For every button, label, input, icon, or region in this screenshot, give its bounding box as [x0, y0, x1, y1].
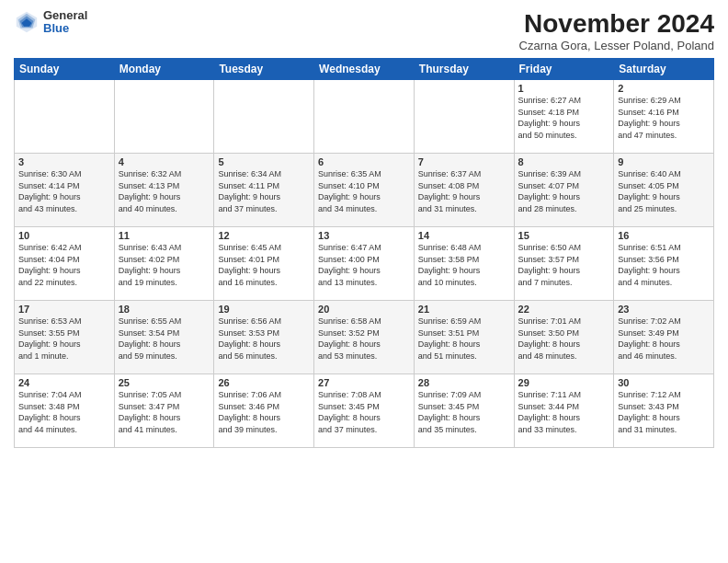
day-number: 5 [218, 156, 310, 167]
day-info: Sunrise: 6:58 AM Sunset: 3:52 PM Dayligh… [318, 316, 410, 362]
day-info: Sunrise: 6:59 AM Sunset: 3:51 PM Dayligh… [418, 316, 510, 362]
day-info: Sunrise: 7:01 AM Sunset: 3:50 PM Dayligh… [518, 316, 610, 362]
calendar-cell [114, 80, 214, 154]
calendar-cell: 4Sunrise: 6:32 AM Sunset: 4:13 PM Daylig… [114, 154, 214, 227]
day-number: 3 [18, 156, 110, 167]
day-info: Sunrise: 6:48 AM Sunset: 3:58 PM Dayligh… [418, 242, 510, 288]
calendar-day-header: Friday [514, 59, 614, 80]
calendar-cell: 16Sunrise: 6:51 AM Sunset: 3:56 PM Dayli… [614, 227, 714, 301]
calendar-cell: 17Sunrise: 6:53 AM Sunset: 3:55 PM Dayli… [15, 301, 115, 374]
day-number: 19 [218, 304, 310, 315]
day-number: 4 [119, 156, 210, 167]
calendar-cell: 21Sunrise: 6:59 AM Sunset: 3:51 PM Dayli… [414, 301, 514, 374]
day-info: Sunrise: 6:40 AM Sunset: 4:05 PM Dayligh… [618, 168, 710, 214]
calendar-cell: 1Sunrise: 6:27 AM Sunset: 4:18 PM Daylig… [514, 80, 614, 154]
calendar-day-header: Monday [114, 59, 214, 80]
calendar-cell: 5Sunrise: 6:34 AM Sunset: 4:11 PM Daylig… [214, 154, 314, 227]
calendar-cell [414, 80, 514, 154]
day-info: Sunrise: 6:34 AM Sunset: 4:11 PM Dayligh… [218, 168, 310, 214]
day-number: 13 [318, 230, 410, 241]
logo-blue: Blue [43, 22, 87, 35]
calendar-cell: 19Sunrise: 6:56 AM Sunset: 3:53 PM Dayli… [214, 301, 314, 374]
calendar-day-header: Sunday [15, 59, 115, 80]
title-block: November 2024 Czarna Gora, Lesser Poland… [519, 9, 714, 52]
day-number: 23 [618, 304, 710, 315]
calendar-cell: 12Sunrise: 6:45 AM Sunset: 4:01 PM Dayli… [214, 227, 314, 301]
logo-general: General [43, 9, 87, 22]
calendar-cell: 20Sunrise: 6:58 AM Sunset: 3:52 PM Dayli… [314, 301, 415, 374]
day-info: Sunrise: 6:30 AM Sunset: 4:14 PM Dayligh… [18, 168, 110, 214]
day-number: 17 [18, 304, 110, 315]
day-info: Sunrise: 7:06 AM Sunset: 3:46 PM Dayligh… [218, 389, 310, 435]
calendar-cell [314, 80, 415, 154]
day-info: Sunrise: 6:42 AM Sunset: 4:04 PM Dayligh… [18, 242, 110, 288]
calendar-cell: 7Sunrise: 6:37 AM Sunset: 4:08 PM Daylig… [414, 154, 514, 227]
day-info: Sunrise: 6:47 AM Sunset: 4:00 PM Dayligh… [318, 242, 410, 288]
day-number: 1 [518, 83, 610, 94]
day-info: Sunrise: 6:27 AM Sunset: 4:18 PM Dayligh… [518, 95, 610, 141]
sub-title: Czarna Gora, Lesser Poland, Poland [519, 39, 714, 52]
day-info: Sunrise: 6:37 AM Sunset: 4:08 PM Dayligh… [418, 168, 510, 214]
calendar-week-row: 3Sunrise: 6:30 AM Sunset: 4:14 PM Daylig… [15, 154, 714, 227]
day-info: Sunrise: 7:09 AM Sunset: 3:45 PM Dayligh… [418, 389, 510, 435]
calendar-header-row: SundayMondayTuesdayWednesdayThursdayFrid… [15, 59, 714, 80]
day-number: 16 [618, 230, 710, 241]
day-info: Sunrise: 7:11 AM Sunset: 3:44 PM Dayligh… [518, 389, 610, 435]
day-info: Sunrise: 6:45 AM Sunset: 4:01 PM Dayligh… [218, 242, 310, 288]
day-info: Sunrise: 7:02 AM Sunset: 3:49 PM Dayligh… [618, 316, 710, 362]
calendar-cell: 25Sunrise: 7:05 AM Sunset: 3:47 PM Dayli… [114, 374, 214, 448]
calendar-week-row: 24Sunrise: 7:04 AM Sunset: 3:48 PM Dayli… [15, 374, 714, 448]
logo-icon [14, 9, 40, 35]
day-info: Sunrise: 6:51 AM Sunset: 3:56 PM Dayligh… [618, 242, 710, 288]
calendar-day-header: Saturday [614, 59, 714, 80]
day-number: 24 [18, 377, 110, 388]
calendar-cell: 27Sunrise: 7:08 AM Sunset: 3:45 PM Dayli… [314, 374, 415, 448]
day-number: 30 [618, 377, 710, 388]
calendar-cell: 29Sunrise: 7:11 AM Sunset: 3:44 PM Dayli… [514, 374, 614, 448]
calendar-cell [214, 80, 314, 154]
calendar-cell: 22Sunrise: 7:01 AM Sunset: 3:50 PM Dayli… [514, 301, 614, 374]
calendar-cell: 28Sunrise: 7:09 AM Sunset: 3:45 PM Dayli… [414, 374, 514, 448]
day-info: Sunrise: 6:56 AM Sunset: 3:53 PM Dayligh… [218, 316, 310, 362]
calendar-day-header: Wednesday [314, 59, 415, 80]
logo-text: General Blue [43, 9, 87, 36]
day-number: 9 [618, 156, 710, 167]
day-info: Sunrise: 7:08 AM Sunset: 3:45 PM Dayligh… [318, 389, 410, 435]
day-number: 12 [218, 230, 310, 241]
day-info: Sunrise: 6:50 AM Sunset: 3:57 PM Dayligh… [518, 242, 610, 288]
day-info: Sunrise: 6:32 AM Sunset: 4:13 PM Dayligh… [119, 168, 210, 214]
calendar-cell: 23Sunrise: 7:02 AM Sunset: 3:49 PM Dayli… [614, 301, 714, 374]
calendar-cell: 24Sunrise: 7:04 AM Sunset: 3:48 PM Dayli… [15, 374, 115, 448]
calendar-cell: 6Sunrise: 6:35 AM Sunset: 4:10 PM Daylig… [314, 154, 415, 227]
calendar-week-row: 1Sunrise: 6:27 AM Sunset: 4:18 PM Daylig… [15, 80, 714, 154]
day-info: Sunrise: 7:12 AM Sunset: 3:43 PM Dayligh… [618, 389, 710, 435]
day-number: 26 [218, 377, 310, 388]
calendar-day-header: Tuesday [214, 59, 314, 80]
day-number: 10 [18, 230, 110, 241]
calendar-cell: 13Sunrise: 6:47 AM Sunset: 4:00 PM Dayli… [314, 227, 415, 301]
day-number: 25 [119, 377, 210, 388]
calendar-cell: 15Sunrise: 6:50 AM Sunset: 3:57 PM Dayli… [514, 227, 614, 301]
calendar-cell: 8Sunrise: 6:39 AM Sunset: 4:07 PM Daylig… [514, 154, 614, 227]
day-number: 28 [418, 377, 510, 388]
calendar-cell: 10Sunrise: 6:42 AM Sunset: 4:04 PM Dayli… [15, 227, 115, 301]
day-number: 2 [618, 83, 710, 94]
calendar-day-header: Thursday [414, 59, 514, 80]
day-info: Sunrise: 6:29 AM Sunset: 4:16 PM Dayligh… [618, 95, 710, 141]
day-number: 6 [318, 156, 410, 167]
day-number: 15 [518, 230, 610, 241]
day-number: 14 [418, 230, 510, 241]
calendar-cell: 30Sunrise: 7:12 AM Sunset: 3:43 PM Dayli… [614, 374, 714, 448]
day-number: 11 [119, 230, 210, 241]
day-number: 20 [318, 304, 410, 315]
calendar-week-row: 10Sunrise: 6:42 AM Sunset: 4:04 PM Dayli… [15, 227, 714, 301]
day-number: 29 [518, 377, 610, 388]
day-info: Sunrise: 7:05 AM Sunset: 3:47 PM Dayligh… [119, 389, 210, 435]
calendar-cell: 11Sunrise: 6:43 AM Sunset: 4:02 PM Dayli… [114, 227, 214, 301]
logo: General Blue [14, 9, 87, 36]
day-number: 18 [119, 304, 210, 315]
day-number: 21 [418, 304, 510, 315]
day-info: Sunrise: 7:04 AM Sunset: 3:48 PM Dayligh… [18, 389, 110, 435]
day-info: Sunrise: 6:43 AM Sunset: 4:02 PM Dayligh… [119, 242, 210, 288]
calendar-cell: 26Sunrise: 7:06 AM Sunset: 3:46 PM Dayli… [214, 374, 314, 448]
